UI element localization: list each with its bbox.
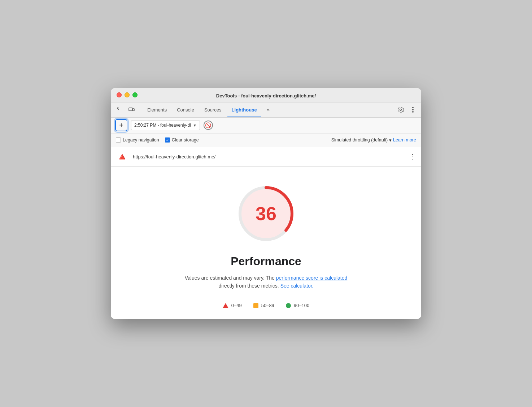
report-url: https://foul-heavenly-direction.glitch.m… xyxy=(133,154,405,159)
options-bar: Legacy navigation ✓ Clear storage Simula… xyxy=(111,134,421,147)
average-icon xyxy=(253,303,258,308)
performance-description: Values are estimated and may vary. The p… xyxy=(185,274,348,290)
more-options-icon[interactable] xyxy=(407,104,418,115)
devtools-window: DevTools - foul-heavenly-direction.glitc… xyxy=(111,88,421,319)
svg-point-2 xyxy=(412,107,414,108)
legend-fail: 0–49 xyxy=(223,303,242,308)
toolbar-separator xyxy=(140,105,140,114)
lighthouse-logo-icon: 🔺 xyxy=(116,151,128,163)
report-row: 🔺 https://foul-heavenly-direction.glitch… xyxy=(111,147,421,167)
throttling-option: Simulated throttling (default) ▾ Learn m… xyxy=(331,137,416,143)
title-bar: DevTools - foul-heavenly-direction.glitc… xyxy=(111,88,421,102)
legend-pass: 90–100 xyxy=(286,303,309,308)
device-toggle-icon[interactable] xyxy=(126,104,137,115)
calculator-link[interactable]: See calculator. xyxy=(280,283,314,289)
maximize-button[interactable] xyxy=(132,92,138,97)
toolbar-right xyxy=(391,104,418,115)
score-legend: 0–49 50–89 90–100 xyxy=(223,303,309,308)
fail-icon xyxy=(223,303,228,308)
tab-sources[interactable]: Sources xyxy=(200,102,226,117)
learn-more-link[interactable]: Learn more xyxy=(393,137,416,143)
window-title: DevTools - foul-heavenly-direction.glitc… xyxy=(216,93,316,99)
main-content: 36 Performance Values are estimated and … xyxy=(111,167,421,319)
minimize-button[interactable] xyxy=(125,92,130,97)
tab-lighthouse[interactable]: Lighthouse xyxy=(227,102,261,117)
toolbar-separator-2 xyxy=(392,105,392,114)
svg-rect-1 xyxy=(133,109,134,111)
dropdown-arrow-icon: ▼ xyxy=(193,123,197,127)
tab-elements[interactable]: Elements xyxy=(143,102,171,117)
inspect-icon[interactable] xyxy=(114,104,125,115)
svg-rect-0 xyxy=(129,108,132,111)
legend-average: 50–89 xyxy=(253,303,274,308)
category-title: Performance xyxy=(231,255,301,268)
audit-selector-dropdown[interactable]: 2:50:27 PM - foul-heavenly-di ▼ xyxy=(131,120,200,130)
new-audit-button[interactable]: + xyxy=(115,119,127,131)
clear-icon[interactable]: 🚫 xyxy=(204,121,213,130)
score-value: 36 xyxy=(256,203,276,224)
svg-point-4 xyxy=(412,111,414,113)
pass-icon xyxy=(286,303,291,308)
devtools-toolbar: Elements Console Sources Lighthouse » xyxy=(111,102,421,118)
lh-toolbar: + 2:50:27 PM - foul-heavenly-di ▼ 🚫 xyxy=(111,118,421,134)
legacy-nav-checkbox[interactable] xyxy=(116,137,121,143)
legacy-nav-option[interactable]: Legacy navigation xyxy=(116,137,159,143)
traffic-lights xyxy=(117,92,138,97)
perf-score-link[interactable]: performance score is calculated xyxy=(276,275,348,281)
tab-console[interactable]: Console xyxy=(173,102,199,117)
svg-point-3 xyxy=(412,109,414,110)
score-gauge: 36 xyxy=(234,181,298,246)
tab-more[interactable]: » xyxy=(263,102,274,117)
close-button[interactable] xyxy=(117,92,122,97)
report-more-button[interactable]: ⋮ xyxy=(409,153,416,161)
settings-icon[interactable] xyxy=(395,104,406,115)
clear-storage-checkbox[interactable]: ✓ xyxy=(165,137,170,143)
clear-storage-option[interactable]: ✓ Clear storage xyxy=(165,137,199,143)
throttle-arrow-icon: ▾ xyxy=(389,137,392,143)
